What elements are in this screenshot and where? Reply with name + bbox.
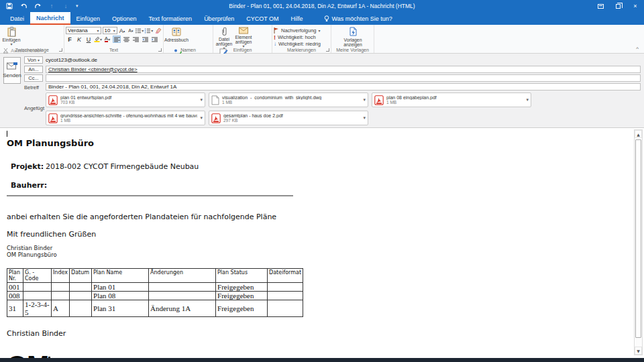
clipboard-dialog-launcher-icon[interactable]	[59, 48, 62, 52]
attachment-name: plan 08 eingabeplan.pdf	[386, 95, 523, 100]
grow-font-button[interactable]: A▴	[119, 27, 126, 34]
to-field[interactable]: Christian Binder <cbinder@cycot.de>	[46, 66, 641, 73]
italic-button[interactable]: K	[75, 36, 83, 43]
restore-window-icon[interactable]	[609, 0, 627, 12]
signature-company: OM Planungsbüro	[7, 252, 631, 259]
tags-dialog-launcher-icon[interactable]	[326, 48, 329, 52]
highlight-color-button[interactable]: ▾	[94, 36, 102, 43]
taskbar-edge	[0, 358, 644, 362]
customize-qat-icon[interactable]: ▾	[76, 3, 78, 9]
tab-einfügen[interactable]: Einfügen	[70, 12, 107, 25]
cc-field[interactable]	[46, 74, 641, 82]
body-heading: OM Planungsbüro	[7, 138, 631, 148]
pdf-file-icon	[374, 95, 384, 105]
recipient-chip[interactable]: Christian Binder <cbinder@cycot.de>	[48, 66, 138, 72]
table-cell: Freigegeben	[216, 300, 268, 316]
table-cell: Plan 01	[92, 282, 149, 291]
send-button[interactable]: Senden	[3, 57, 21, 84]
view-templates-button[interactable]: Vorlagen anzeigen	[339, 26, 366, 47]
tab-nachricht[interactable]: Nachricht	[30, 12, 70, 25]
outlook-compose-window: ↑ ↓ ▾ Binder - Plan 01, 001, 24.04.2018,…	[0, 0, 644, 362]
numbered-list-button[interactable]: ▾	[145, 27, 153, 34]
address-book-button[interactable]: Adressbuch	[165, 26, 188, 47]
column-header: Plan Nr.	[7, 268, 23, 282]
body-scrollbar[interactable]: ▲ ▼	[634, 129, 643, 355]
close-window-icon[interactable]: ×	[627, 0, 644, 12]
flag-icon	[274, 27, 279, 34]
undo-icon[interactable]	[19, 2, 28, 10]
table-cell	[23, 291, 52, 300]
scroll-up-icon[interactable]: ▲	[635, 130, 642, 138]
bold-button[interactable]: F	[66, 36, 74, 43]
cc-button[interactable]: Cc...	[24, 74, 43, 82]
tab-text-formatieren[interactable]: Text formatieren	[143, 12, 199, 25]
increase-indent-button[interactable]	[150, 36, 158, 43]
attachment-dropdown-icon[interactable]: ▾	[363, 97, 366, 103]
importance-high-button[interactable]: ! Wichtigkeit: hoch	[274, 34, 321, 40]
address-book-icon	[172, 27, 181, 37]
attachment-dropdown-icon[interactable]: ▾	[526, 97, 529, 103]
redo-icon[interactable]	[34, 2, 42, 10]
table-cell: Plan 08	[92, 291, 149, 300]
tab-datei[interactable]: Datei	[4, 12, 30, 25]
align-left-button[interactable]	[113, 36, 121, 43]
tab-hilfe[interactable]: Hilfe	[285, 12, 309, 25]
subject-field[interactable]: Binder - Plan 01, 001, 24.04.2018, Din A…	[46, 83, 641, 90]
lightbulb-icon	[324, 15, 329, 22]
font-size-combo[interactable]: 10▾	[103, 27, 117, 34]
subject-label: Betreff	[24, 84, 39, 90]
scrollbar-thumb[interactable]	[635, 139, 641, 338]
attachment-tile[interactable]: gesamtplan - haus doe 2.pdf297 KB▾	[209, 111, 368, 125]
down-arrow-icon: ↓	[274, 41, 276, 47]
attachment-tile[interactable]: plan 08 eingabeplan.pdf1 MB▾	[372, 93, 531, 107]
bullet-list-button[interactable]: ▾	[136, 27, 144, 34]
from-button[interactable]: Von▾	[24, 56, 43, 64]
attachment-size: 703 KB	[60, 100, 197, 105]
title-bar: ↑ ↓ ▾ Binder - Plan 01, 001, 24.04.2018,…	[0, 0, 644, 12]
tell-me-label: Was möchten Sie tun?	[332, 15, 392, 22]
to-button[interactable]: An...	[24, 66, 43, 73]
text-dialog-launcher-icon[interactable]	[158, 48, 162, 52]
attach-file-button[interactable]: Datei anfügen ▾	[215, 26, 233, 47]
attachment-dropdown-icon[interactable]: ▾	[200, 97, 203, 103]
column-header: Änderungen	[149, 268, 216, 282]
attachment-tile[interactable]: plan 01 entwurfsplan.pdf703 KB▾	[46, 93, 205, 107]
project-value: 2018-002 CYCOT Firmengebäude Neubau	[46, 162, 199, 171]
save-icon[interactable]	[5, 2, 13, 10]
attachment-dropdown-icon[interactable]: ▾	[363, 115, 366, 121]
clear-formatting-button[interactable]	[154, 27, 162, 34]
decrease-indent-button[interactable]	[141, 36, 149, 43]
tab-optionen[interactable]: Optionen	[106, 12, 143, 25]
paste-button[interactable]: Einfügen ▾	[1, 26, 21, 47]
table-cell: Plan 31	[92, 300, 149, 316]
group-label-clipboard: Zwischenablage	[0, 48, 64, 52]
font-name-combo[interactable]: Verdana▾	[66, 27, 101, 34]
message-body[interactable]: OM Planungsbüro Projekt: 2018-002 CYCOT …	[0, 127, 644, 358]
follow-up-button[interactable]: Nachverfolgung▾	[274, 27, 321, 34]
attach-item-button[interactable]: Element anfügen ▾	[233, 26, 254, 47]
attachment-size: 1 MB	[386, 100, 523, 105]
exclamation-icon: !	[274, 34, 276, 41]
signature-name: Christian Binder	[7, 245, 631, 252]
ribbon-display-options-icon[interactable]	[592, 0, 609, 12]
collapse-ribbon-icon[interactable]: ^	[636, 46, 639, 52]
signature-block: Christian Binder OM Planungsbüro	[7, 245, 631, 259]
attachment-tile[interactable]: visualization_-_condominium_with_skyligh…	[209, 93, 368, 107]
align-right-button[interactable]	[131, 36, 140, 43]
attachment-tile[interactable]: grundrisse-ansichten-schnitte - ofenung-…	[46, 111, 205, 125]
scroll-down-icon[interactable]: ▼	[635, 347, 642, 355]
attachment-dropdown-icon[interactable]: ▾	[200, 115, 203, 121]
project-row: Projekt: 2018-002 CYCOT Firmengebäude Ne…	[11, 162, 631, 171]
align-center-button[interactable]	[122, 36, 130, 43]
tab-cycot-om[interactable]: CYCOT OM	[240, 12, 284, 25]
envelope-icon	[239, 27, 248, 34]
tell-me-box[interactable]: Was möchten Sie tun?	[324, 12, 392, 25]
underline-button[interactable]: U	[85, 36, 93, 43]
font-color-button[interactable]: A▾	[103, 36, 111, 43]
column-header: G. - Code	[23, 268, 52, 282]
shrink-font-button[interactable]: A▾	[127, 27, 134, 34]
tab-überprüfen[interactable]: Überprüfen	[198, 12, 240, 25]
group-label-my-templates: Meine Vorlagen	[331, 48, 374, 52]
attachment-size: 1 MB	[60, 118, 197, 123]
importance-low-button[interactable]: ↓ Wichtigkeit: niedrig	[274, 41, 321, 47]
